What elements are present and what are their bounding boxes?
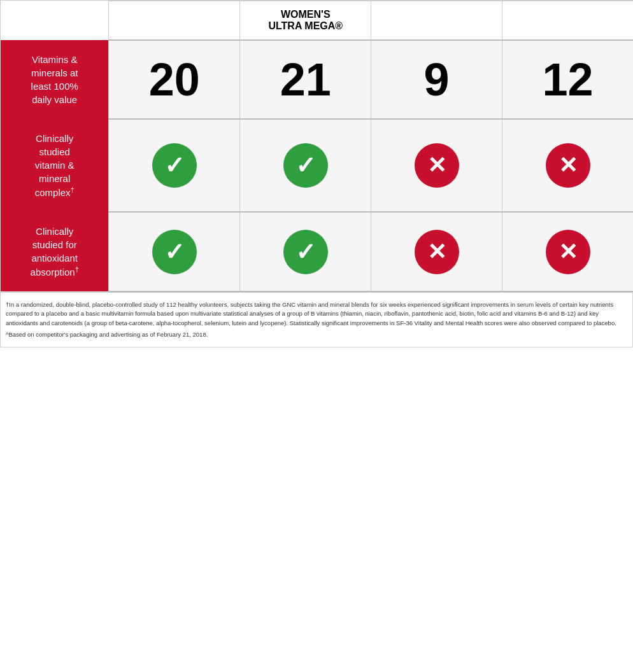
- comparison-container: WOMEN'SULTRA MEGA® Vitamins &minerals at…: [0, 0, 633, 347]
- header-centrum: [371, 1, 502, 41]
- header-empty-cell: [1, 1, 109, 41]
- check-icon-2-0: [152, 230, 197, 274]
- table-row: Vitamins &minerals atleast 100%daily val…: [1, 40, 633, 119]
- x-icon-2-2: [415, 230, 459, 274]
- big-number-0-1: 21: [280, 54, 331, 105]
- row-1-col2: [240, 119, 371, 212]
- check-icon-1-1: [283, 143, 328, 188]
- big-number-0-3: 12: [542, 54, 593, 105]
- row-0-col1: 20: [109, 40, 240, 119]
- footnote-2: ^Based on competitor's packaging and adv…: [6, 330, 627, 339]
- row-0-col3: 9: [371, 40, 502, 119]
- row-1-col1: [109, 119, 240, 212]
- big-number-0-2: 9: [424, 54, 450, 105]
- x-icon-1-2: [415, 143, 459, 188]
- header-one-a-day: [502, 1, 633, 41]
- big-number-0-0: 20: [149, 54, 200, 105]
- table-row: Clinicallystudiedvitamin &mineralcomplex…: [1, 119, 633, 212]
- check-icon-1-0: [152, 143, 197, 188]
- table-body: Vitamins &minerals atleast 100%daily val…: [1, 40, 633, 291]
- x-icon-1-3: [546, 143, 590, 188]
- row-1-col3: [371, 119, 502, 212]
- comparison-table: WOMEN'SULTRA MEGA® Vitamins &minerals at…: [1, 1, 633, 292]
- row-2-col3: [371, 212, 502, 291]
- row-2-col4: [502, 212, 633, 291]
- header-gnc-mega-men: [109, 1, 240, 41]
- row-0-col4: 12: [502, 40, 633, 119]
- footnote-section: †In a randomized, double-blind, placebo-…: [1, 292, 632, 347]
- row-label-2: Clinicallystudied forantioxidantabsorpti…: [1, 212, 109, 291]
- table-row: Clinicallystudied forantioxidantabsorpti…: [1, 212, 633, 291]
- footnote-1: †In a randomized, double-blind, placebo-…: [6, 300, 627, 328]
- row-0-col2: 21: [240, 40, 371, 119]
- check-icon-2-1: [283, 230, 328, 274]
- row-2-col1: [109, 212, 240, 291]
- row-1-col4: [502, 119, 633, 212]
- table-header-row: WOMEN'SULTRA MEGA®: [1, 1, 633, 41]
- row-label-0: Vitamins &minerals atleast 100%daily val…: [1, 40, 109, 119]
- header-gnc-womens: WOMEN'SULTRA MEGA®: [240, 1, 371, 41]
- row-2-col2: [240, 212, 371, 291]
- row-label-1: Clinicallystudiedvitamin &mineralcomplex…: [1, 119, 109, 212]
- gnc-product-label-2: WOMEN'SULTRA MEGA®: [245, 9, 366, 32]
- x-icon-2-3: [546, 230, 590, 274]
